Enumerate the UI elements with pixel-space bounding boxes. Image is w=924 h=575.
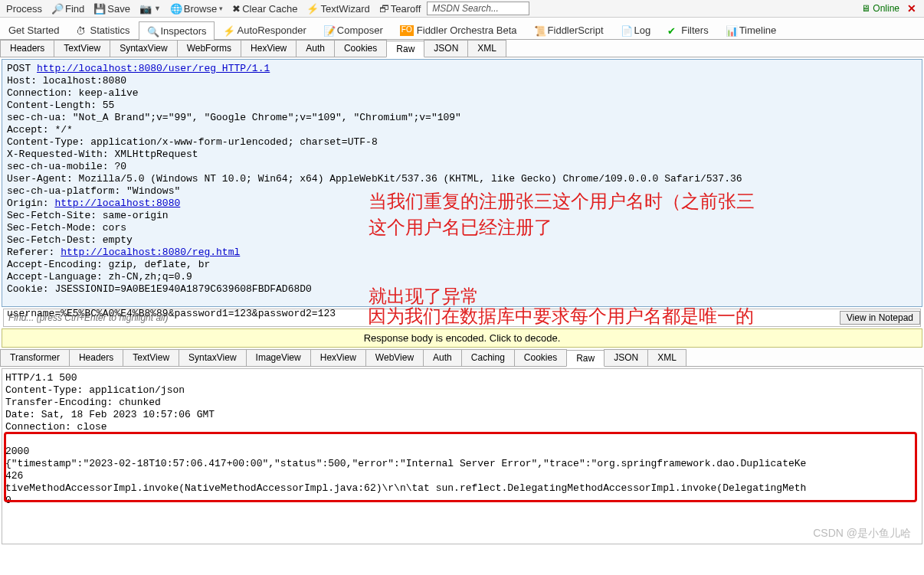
request-tab-webforms[interactable]: WebForms <box>177 40 241 57</box>
request-tab-bar: HeadersTextViewSyntaxViewWebFormsHexView… <box>0 40 924 57</box>
response-tab-syntaxview[interactable]: SyntaxView <box>179 349 246 366</box>
watermark: CSDN @是小鱼儿哈 <box>813 527 911 541</box>
clear-cache-button[interactable]: ✖Clear Cache <box>229 3 300 15</box>
request-tab-cookies[interactable]: Cookies <box>334 40 387 57</box>
request-tab-textview[interactable]: TextView <box>54 40 110 57</box>
browse-icon: 🌐 <box>170 3 182 15</box>
script-icon: 📜 <box>534 25 545 36</box>
request-tab-auth[interactable]: Auth <box>296 40 335 57</box>
response-tab-webview[interactable]: WebView <box>365 349 424 366</box>
response-tab-raw[interactable]: Raw <box>566 350 605 367</box>
online-icon: 🖥 <box>861 3 870 14</box>
response-tab-transformer[interactable]: Transformer <box>0 349 70 366</box>
save-button[interactable]: 💾Save <box>90 3 133 15</box>
response-raw-text[interactable]: HTTP/1.1 500 Content-Type: application/j… <box>5 372 919 507</box>
tab-log[interactable]: 📄Log <box>612 21 660 39</box>
request-tab-headers[interactable]: Headers <box>0 40 54 57</box>
camera-button[interactable]: 📷▼ <box>136 3 164 15</box>
tearoff-icon: 🗗 <box>379 3 389 15</box>
tab-timeline[interactable]: 📊Timeline <box>717 21 785 39</box>
response-tab-json[interactable]: JSON <box>604 349 648 366</box>
find-button[interactable]: 🔎Find <box>48 3 87 15</box>
timeline-icon: 📊 <box>726 25 736 36</box>
composer-icon: 📝 <box>323 25 334 36</box>
tab-filters[interactable]: Filters <box>659 21 716 39</box>
log-icon: 📄 <box>621 25 631 36</box>
tab-composer[interactable]: 📝Composer <box>315 21 392 39</box>
request-tab-syntaxview[interactable]: SyntaxView <box>110 40 177 57</box>
tab-get-started[interactable]: Get Started <box>0 21 67 39</box>
close-button[interactable]: ✕ <box>903 2 921 15</box>
response-tab-auth[interactable]: Auth <box>423 349 462 366</box>
response-tab-xml[interactable]: XML <box>647 349 686 366</box>
response-tab-textview[interactable]: TextView <box>123 349 179 366</box>
request-raw-panel[interactable]: POST http://localhost:8080/user/reg HTTP… <box>2 59 922 307</box>
request-tab-json[interactable]: JSON <box>424 40 468 57</box>
find-icon: 🔎 <box>51 3 64 15</box>
request-tab-raw[interactable]: Raw <box>386 41 424 57</box>
tab-autoresponder[interactable]: ⚡AutoResponder <box>215 21 314 39</box>
response-tab-imageview[interactable]: ImageView <box>246 349 311 366</box>
clear-icon: ✖ <box>232 3 241 15</box>
response-raw-panel[interactable]: HTTP/1.1 500 Content-Type: application/j… <box>2 368 922 544</box>
wizard-icon: ⚡ <box>306 3 319 15</box>
main-tab-bar: Get Started ⏱Statistics 🔍Inspectors ⚡Aut… <box>0 18 924 40</box>
top-toolbar: Process 🔎Find 💾Save 📷▼ 🌐Browse▾ ✖Clear C… <box>0 0 924 18</box>
process-button[interactable]: Process <box>3 3 45 15</box>
response-tab-headers[interactable]: Headers <box>69 349 123 366</box>
filters-icon <box>667 25 678 36</box>
camera-icon: 📷 <box>139 3 152 15</box>
request-raw-text[interactable]: POST http://localhost:8080/user/reg HTTP… <box>2 60 922 323</box>
autoresponder-icon: ⚡ <box>223 25 234 36</box>
save-icon: 💾 <box>93 3 106 15</box>
tab-fiddlerscript[interactable]: 📜FiddlerScript <box>526 21 612 39</box>
request-tab-xml[interactable]: XML <box>467 40 506 57</box>
online-status[interactable]: 🖥Online <box>861 3 899 14</box>
browse-button[interactable]: 🌐Browse▾ <box>167 3 226 15</box>
request-tab-hexview[interactable]: HexView <box>241 40 297 57</box>
msdn-search-input[interactable]: MSDN Search... <box>427 2 529 15</box>
decode-bar[interactable]: Response body is encoded. Click to decod… <box>2 328 922 348</box>
tearoff-button[interactable]: 🗗Tearoff <box>376 3 424 15</box>
response-tab-caching[interactable]: Caching <box>461 349 515 366</box>
tab-statistics[interactable]: ⏱Statistics <box>67 21 138 39</box>
response-tab-cookies[interactable]: Cookies <box>514 349 567 366</box>
fo-icon: FO <box>400 25 414 36</box>
response-tab-hexview[interactable]: HexView <box>310 349 366 366</box>
inspectors-icon: 🔍 <box>147 26 158 37</box>
stats-icon: ⏱ <box>76 25 87 36</box>
textwizard-button[interactable]: ⚡TextWizard <box>303 3 372 15</box>
tab-fo-beta[interactable]: FOFiddler Orchestra Beta <box>392 21 526 39</box>
response-tab-bar: TransformerHeadersTextViewSyntaxViewImag… <box>0 349 924 367</box>
tab-inspectors[interactable]: 🔍Inspectors <box>139 21 215 40</box>
